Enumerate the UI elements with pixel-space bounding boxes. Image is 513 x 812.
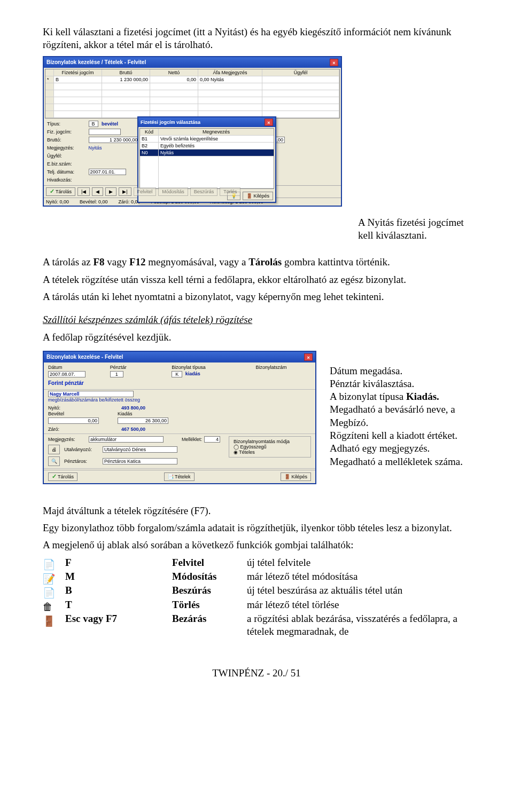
para-4: A tételek rögzítése után vissza kell tér… (43, 273, 470, 286)
input-customer[interactable]: Nagy Marcell (48, 391, 134, 397)
status-bevetel: Bevétel: 0,00 (80, 199, 108, 204)
function-table: 📄 F Felvitel új tétel felvitele 📝 M Módo… (43, 556, 470, 640)
exit-icon: 🚪 (43, 615, 52, 625)
grid-cell[interactable] (262, 76, 339, 83)
input-brutto[interactable]: 1 230 000,00 (89, 137, 139, 143)
val-zaro: 467 500,00 (87, 427, 145, 432)
page-footer: TWINPÉNZ - 20./ 51 (43, 667, 470, 679)
input-penztaros[interactable]: Pénztáros Katica (103, 458, 177, 464)
input-penztar[interactable]: 1 (110, 371, 123, 377)
insert-icon: 📄 (43, 587, 52, 596)
tarolas-button-2[interactable]: ✓ Tárolás (48, 472, 77, 481)
val-tipus-code[interactable]: B (89, 121, 98, 127)
grid-cell[interactable]: B (54, 76, 102, 83)
nav-prev-button[interactable]: ◀ (92, 187, 103, 196)
close-icon[interactable]: × (304, 353, 313, 361)
kilepes-button[interactable]: 🚪 Kilépés (281, 472, 311, 481)
felvitel-button[interactable]: Felvitel (134, 187, 157, 196)
tarolas-button[interactable]: ✓ Tárolás (46, 187, 75, 196)
input-fizjogcim[interactable] (89, 129, 121, 135)
shot1-toolbar: ✓ Tárolás |◀ ◀ ▶ ▶| Felvitel Módosítás B… (44, 185, 341, 198)
window-title-1: Bizonylatok kezelése / Tételek - Felvite… (46, 59, 146, 65)
status-nyito: Nyitó: 0,00 (46, 199, 69, 204)
lbl-telj: Telj. dátuma: (47, 169, 87, 175)
window-titlebar-1: Bizonylatok kezelése / Tételek - Felvite… (44, 57, 341, 68)
window-titlebar-2: Bizonylatok kezelése - Felvitel × (44, 352, 315, 362)
para-5: A tárolás után ki lehet nyomtatni a bizo… (43, 290, 470, 303)
nav-first-button[interactable]: |◀ (77, 187, 90, 196)
tetel-form: Típus: B bevétel ulcs: Fiz. jogcím: Brut… (44, 120, 341, 185)
beszuras-button[interactable]: Beszúrás (190, 187, 218, 196)
lbl-melleklet: Melléklet: (182, 437, 202, 442)
para-1: Ki kell választani a fizetési jogcímet (… (43, 26, 470, 52)
popup-col-kod: Kód (140, 129, 159, 135)
popup-row[interactable]: B2Egyéb befizetés (140, 143, 274, 149)
grid-cell[interactable]: 0,00 (150, 76, 198, 83)
grid-cell[interactable]: 0,00 Nyitás (198, 76, 262, 83)
fn-key: F (65, 556, 172, 570)
val-tipus-text: bevétel (102, 121, 118, 127)
modositas-button[interactable]: Módosítás (158, 187, 188, 196)
lbl-datum: Dátum (48, 365, 63, 370)
grid-rowhead (45, 69, 54, 76)
lbl-fizjogcim: Fiz. jogcím: (47, 129, 87, 135)
torles-button[interactable]: Törlés (220, 187, 240, 196)
delete-icon: 🗑 (43, 601, 52, 610)
new-icon: 📄 (43, 558, 52, 568)
nav-next-button[interactable]: ▶ (105, 187, 116, 196)
radio-egyosszegu[interactable]: ◯ Egyösszegű (234, 444, 306, 450)
popup-row[interactable]: B1Vevői számla kiegyenlítése (140, 136, 274, 143)
fn-name: Felvitel (172, 556, 247, 570)
tetel-grid: Fizetési jogcím Bruttó Nettó Áfa Megjegy… (45, 69, 340, 119)
screenshot-1: Bizonylatok kezelése / Tételek - Felvite… (43, 56, 342, 207)
popup-row-selected[interactable]: N0Nyitás (140, 149, 274, 156)
callout-1: A Nyitás fizetési jogcímet kell kiválasz… (358, 216, 470, 242)
lbl-biztipus: Bizonylat típusa (172, 365, 206, 370)
input-datum[interactable]: 2007.08.07. (48, 371, 86, 377)
fn-desc: új tétel felvitele (247, 556, 470, 570)
fn-name: Módosítás (172, 570, 247, 584)
lbl-utalvanyozo: Utalványozó: (64, 447, 100, 452)
lbl-megjegyzes2: Megjegyzés: (48, 437, 87, 442)
val-biztipus-text: kiadás (185, 371, 200, 376)
input-bevetel[interactable]: 0,00 (48, 417, 99, 424)
lbl-brutto: Bruttó: (47, 137, 87, 143)
close-icon[interactable]: × (265, 119, 273, 126)
para-9: A megjelenő új ablak alsó sorában a köve… (43, 539, 470, 551)
nav-last-button[interactable]: ▶| (119, 187, 131, 196)
popup-kilepes-button[interactable]: 🚪 Kilépés (243, 192, 273, 200)
fn-name: Törlés (172, 598, 247, 612)
fn-key: Esc vagy F7 (65, 612, 172, 640)
sub-text: megbízásából/számára be/kifizetett össze… (44, 397, 315, 405)
val-megjegyzes: Nyitás (89, 145, 102, 151)
fn-desc: már létező tétel törlése (247, 598, 470, 612)
lbl-ugyfel: Ügyfél: (47, 153, 87, 159)
window-title-2: Bizonylatok kezelése - Felvitel (46, 354, 123, 360)
fn-desc: a rögzítési ablak bezárása, visszatérés … (247, 612, 470, 640)
radio-teteles[interactable]: ◉ Tételes (234, 450, 306, 455)
grid-col-ugyfel: Ügyfél (262, 69, 339, 76)
grid-cell[interactable]: 1 230 000,00 (102, 76, 150, 83)
input-biztipus-code[interactable]: K (172, 371, 182, 377)
input-kiadas[interactable]: 26 300,00 (118, 417, 168, 424)
print-icon[interactable]: 🖨 (48, 445, 60, 454)
penztar-name: Forint pénztár (44, 380, 315, 388)
val-nyito: 493 800,00 (87, 405, 145, 411)
fn-name: Beszúrás (172, 584, 247, 598)
preview-icon[interactable]: 🔍 (48, 456, 60, 466)
input-utalvanyozo[interactable]: Utalványozó Dénes (103, 446, 177, 453)
lbl-hiv: Hivatkozás: (47, 177, 87, 183)
input-telj[interactable]: 2007.01.01. (89, 169, 126, 175)
fn-key: B (65, 584, 172, 598)
grid-col-netto: Nettó (150, 69, 198, 76)
input-melleklet[interactable]: 4 (204, 436, 220, 443)
close-icon[interactable]: × (330, 59, 338, 66)
edit-icon: 📝 (43, 573, 52, 582)
input-megjegyzes2[interactable]: akkumulátor (89, 436, 164, 443)
lbl-nyito: Nyitó: (48, 405, 87, 411)
screenshot-2: Bizonylatok kezelése - Felvitel × Dátum … (43, 351, 316, 484)
lbl-zaro: Záró: (48, 427, 87, 432)
lbl-penztar: Pénztár (110, 365, 127, 370)
para-6: A fedőlap rögzítésével kezdjük. (43, 331, 470, 344)
tetelek-button[interactable]: 📑 Tételek (164, 472, 195, 481)
